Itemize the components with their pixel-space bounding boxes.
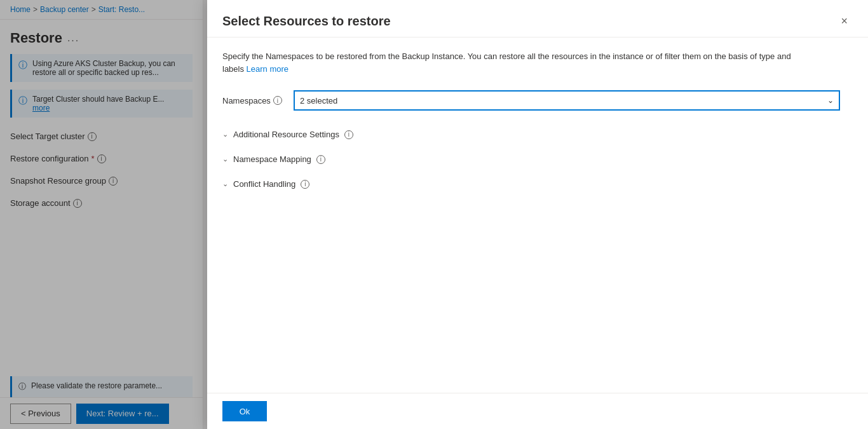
accordion-conflict-info-icon[interactable]: i <box>301 180 309 189</box>
modal-footer: Ok <box>207 393 868 429</box>
accordion-namespace-chevron-icon: ⌄ <box>222 155 228 163</box>
namespaces-value: 2 selected <box>300 96 337 106</box>
modal-description: Specify the Namespaces to be restored fr… <box>222 50 794 75</box>
accordion-additional-info-icon[interactable]: i <box>344 130 353 139</box>
accordion-additional-resources-header[interactable]: ⌄ Additional Resource Settings i <box>222 123 853 146</box>
learn-more-link[interactable]: Learn more <box>247 64 288 74</box>
accordion-conflict-label: Conflict Handling <box>233 179 295 189</box>
ok-button[interactable]: Ok <box>222 401 267 421</box>
accordion-conflict-handling-header[interactable]: ⌄ Conflict Handling i <box>222 173 853 195</box>
accordion-namespace-label: Namespace Mapping <box>233 154 311 164</box>
accordion-additional-chevron-icon: ⌄ <box>222 130 228 139</box>
accordion-conflict-chevron-icon: ⌄ <box>222 180 228 188</box>
modal-panel: Select Resources to restore × Specify th… <box>207 0 868 429</box>
namespaces-field-row: Namespaces i 2 selected ⌄ <box>222 90 853 111</box>
namespaces-info-icon[interactable]: i <box>273 96 282 105</box>
accordion-namespace-mapping-header[interactable]: ⌄ Namespace Mapping i <box>222 148 853 170</box>
namespaces-label: Namespaces i <box>222 96 286 106</box>
modal-title: Select Resources to restore <box>222 14 391 29</box>
accordion-namespace-info-icon[interactable]: i <box>316 155 325 164</box>
namespaces-chevron-icon: ⌄ <box>827 96 834 105</box>
accordion-additional-resources: ⌄ Additional Resource Settings i <box>222 123 853 146</box>
namespaces-dropdown[interactable]: 2 selected ⌄ <box>294 90 840 111</box>
accordion-conflict-handling: ⌄ Conflict Handling i <box>222 173 853 195</box>
accordion-namespace-mapping: ⌄ Namespace Mapping i <box>222 148 853 170</box>
accordion-additional-label: Additional Resource Settings <box>233 130 339 139</box>
modal-header: Select Resources to restore × <box>207 0 868 37</box>
modal-close-button[interactable]: × <box>836 13 853 29</box>
modal-body: Specify the Namespaces to be restored fr… <box>207 37 868 393</box>
